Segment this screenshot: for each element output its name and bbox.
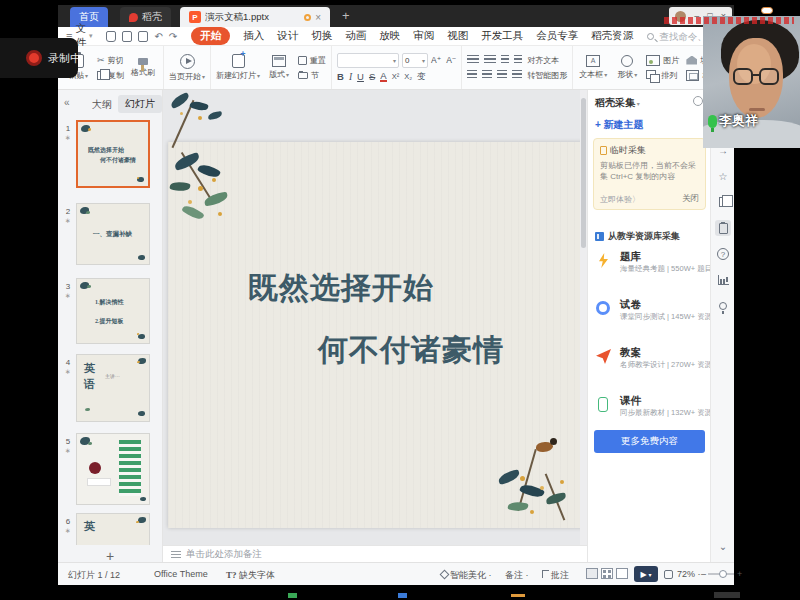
tab-animations[interactable]: 动画 xyxy=(345,29,366,43)
search-icon xyxy=(647,33,654,40)
tab-insert[interactable]: 插入 xyxy=(243,29,264,43)
favorites-star-icon[interactable]: ☆ xyxy=(715,168,731,184)
reading-view-button[interactable] xyxy=(616,568,628,579)
panel-settings-icon[interactable] xyxy=(693,96,703,106)
align-center-icon[interactable] xyxy=(482,70,492,80)
more-free-content-button[interactable]: 更多免费内容 xyxy=(594,430,705,453)
tab-membership[interactable]: 会员专享 xyxy=(536,29,578,43)
notes-toggle-button[interactable]: 备注 · xyxy=(505,569,529,582)
tab-document-active[interactable]: P 演示文稿1.pptx × xyxy=(180,7,330,27)
zoom-slider[interactable] xyxy=(708,573,734,575)
align-left-icon[interactable] xyxy=(467,70,477,80)
smart-beautify-button[interactable]: 智能美化 · xyxy=(441,569,492,582)
tab-slideshow[interactable]: 放映 xyxy=(379,29,400,43)
tab-docer[interactable]: 稻壳 xyxy=(120,7,171,27)
outdent-icon[interactable] xyxy=(501,55,509,65)
tab-close-icon[interactable]: × xyxy=(315,12,321,23)
slide-thumbnail-4[interactable]: 英 语 主讲··· xyxy=(76,354,150,422)
tab-home-ribbon[interactable]: 开始 xyxy=(191,27,230,45)
save-icon[interactable] xyxy=(106,31,116,42)
chevron-more-icon[interactable]: ⌄ xyxy=(715,538,731,554)
notice-close-button[interactable]: 关闭 xyxy=(682,193,699,205)
resource-item-kejian[interactable]: 课件 同步最新教材 | 132W+ 资源 xyxy=(594,394,706,430)
layout-button[interactable]: 版式 xyxy=(264,55,294,80)
slide-title-line2[interactable]: 何不付诸豪情 xyxy=(318,330,504,371)
shapes-button[interactable]: 形状 xyxy=(612,55,642,80)
slide-title-line1[interactable]: 既然选择开始 xyxy=(248,268,434,309)
cut-button[interactable]: ✂剪切 xyxy=(97,55,124,66)
resource-item-tiku[interactable]: 题库 海量经典考题 | 550W+ 题目 xyxy=(594,250,706,286)
comments-button[interactable]: 批注 xyxy=(542,569,569,582)
numbered-list-icon[interactable] xyxy=(484,55,496,65)
undo-icon[interactable]: ↶ xyxy=(154,31,162,42)
slide-thumbnail-5[interactable] xyxy=(76,433,150,505)
tab-view[interactable]: 视图 xyxy=(447,29,468,43)
zoom-in-button[interactable]: + xyxy=(737,569,742,579)
docer-panel-header[interactable]: 稻壳采集 xyxy=(595,96,640,110)
scrollbar-thumb[interactable] xyxy=(581,98,586,248)
section-button[interactable]: 节 xyxy=(298,70,326,81)
tab-design[interactable]: 设计 xyxy=(277,29,298,43)
justify-icon[interactable] xyxy=(512,70,522,80)
picture-button[interactable]: 图片 xyxy=(646,55,682,66)
zoom-slider-knob[interactable] xyxy=(719,570,727,578)
print-icon[interactable] xyxy=(138,31,148,42)
format-painter-button[interactable]: 格式刷 xyxy=(128,58,158,78)
missing-font-warning[interactable]: T? 缺失字体 xyxy=(226,569,275,582)
clipboard-panel-icon[interactable] xyxy=(715,220,731,236)
slide-thumbnail-3[interactable]: 1.解决惰性 2.提升短板 xyxy=(76,278,150,344)
underline-button[interactable]: U xyxy=(357,71,364,82)
shrink-font-button[interactable]: A⁻ xyxy=(446,55,456,65)
slide-canvas[interactable]: 既然选择开始 何不付诸豪情 xyxy=(168,142,584,528)
notes-bar[interactable]: 单击此处添加备注 xyxy=(163,545,587,562)
play-from-current-button[interactable]: 当页开始 xyxy=(169,54,205,82)
copy-button[interactable]: 复制 xyxy=(97,70,124,81)
new-theme-button[interactable]: + 新建主题 xyxy=(595,118,644,132)
tab-docer-resources[interactable]: 稻壳资源 xyxy=(591,29,633,43)
indent-icon[interactable] xyxy=(514,55,522,65)
normal-view-button[interactable] xyxy=(586,568,598,579)
to-smartart-button[interactable]: 转智能图形 xyxy=(527,70,567,81)
canvas-scrollbar[interactable] xyxy=(580,90,587,545)
new-tab-button[interactable]: + xyxy=(342,8,350,23)
editor-canvas[interactable]: 既然选择开始 何不付诸豪情 xyxy=(163,90,587,545)
fit-window-icon[interactable] xyxy=(664,570,673,579)
strikethrough-button[interactable]: S xyxy=(369,71,375,82)
slideshow-play-button[interactable]: ▶▾ xyxy=(634,566,658,582)
try-now-link[interactable]: 立即体验〉 xyxy=(600,194,640,205)
subscript-button[interactable]: X₂ xyxy=(404,72,412,81)
redo-icon[interactable]: ↷ xyxy=(169,31,177,42)
zoom-out-button[interactable]: – xyxy=(701,569,706,579)
align-text-button[interactable]: 对齐文本 xyxy=(527,55,562,66)
lightbulb-icon[interactable] xyxy=(715,298,731,314)
change-case-button[interactable]: 变 xyxy=(417,71,426,83)
help-icon[interactable]: ? xyxy=(715,246,731,262)
new-slide-button[interactable]: 新建幻灯片 xyxy=(216,54,260,81)
textbox-button[interactable]: 文本框 xyxy=(578,55,608,80)
bold-button[interactable]: B xyxy=(337,71,344,82)
align-right-icon[interactable] xyxy=(497,70,507,80)
tab-devtools[interactable]: 开发工具 xyxy=(481,29,523,43)
tab-review[interactable]: 审阅 xyxy=(413,29,434,43)
slide-thumbnail-1[interactable]: 既然选择开始 何不付诸豪情 xyxy=(76,120,150,188)
theme-name[interactable]: Office Theme xyxy=(154,569,208,579)
bullet-list-icon[interactable] xyxy=(467,55,479,65)
tab-transitions[interactable]: 切换 xyxy=(311,29,332,43)
slide-thumbnail-2[interactable]: 一、查漏补缺 xyxy=(76,203,150,265)
pages-icon[interactable] xyxy=(715,194,731,210)
superscript-button[interactable]: X² xyxy=(392,72,400,81)
resource-item-jiaoan[interactable]: 教案 名师教学设计 | 270W+ 资源 xyxy=(594,346,706,382)
italic-button[interactable]: I xyxy=(349,72,352,82)
font-family-combo[interactable] xyxy=(337,53,399,68)
resource-item-shijuan[interactable]: 试卷 课堂同步测试 | 145W+ 资源 xyxy=(594,298,706,334)
font-color-button[interactable]: A xyxy=(380,71,386,82)
export-icon[interactable] xyxy=(122,31,132,42)
reset-button[interactable]: 重置 xyxy=(298,55,326,66)
grow-font-button[interactable]: A⁺ xyxy=(431,55,441,65)
chart-icon[interactable] xyxy=(715,272,731,288)
font-size-combo[interactable]: 0 xyxy=(402,53,428,68)
slide-thumbnail-6[interactable]: 英 xyxy=(76,513,150,545)
sorter-view-button[interactable] xyxy=(601,568,613,579)
zoom-level[interactable]: 72% · xyxy=(677,569,701,579)
arrange-button[interactable]: 排列 xyxy=(646,70,682,81)
